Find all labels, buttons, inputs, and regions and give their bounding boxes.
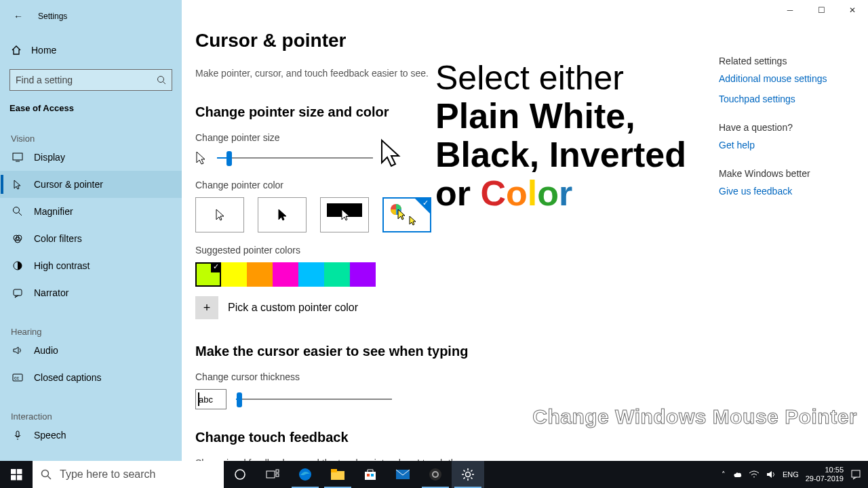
wifi-icon[interactable] xyxy=(749,470,760,479)
pointer-color-black[interactable] xyxy=(258,197,307,232)
gear-icon xyxy=(461,468,475,481)
sidebar-item-label: Cursor & pointer xyxy=(34,179,103,190)
mail-app[interactable] xyxy=(387,461,419,488)
svg-line-41 xyxy=(464,477,465,479)
tray-date: 29-07-2019 xyxy=(806,474,844,483)
svg-rect-27 xyxy=(331,469,337,472)
explorer-app[interactable] xyxy=(321,461,354,488)
tray-language[interactable]: ENG xyxy=(783,470,799,479)
pointer-color-white[interactable] xyxy=(195,197,244,232)
small-cursor-icon xyxy=(195,150,208,165)
window-title: Settings xyxy=(38,12,67,21)
window-maximize-button[interactable]: ☐ xyxy=(806,0,837,20)
speech-icon xyxy=(11,430,24,441)
color-filters-icon xyxy=(11,233,24,244)
taskbar-search[interactable]: Type here to search xyxy=(33,461,224,488)
sidebar-item-audio[interactable]: Audio xyxy=(0,337,182,364)
color-swatch-5[interactable] xyxy=(324,262,350,287)
tray-chevron-icon[interactable]: ˄ xyxy=(722,470,726,479)
svg-point-4 xyxy=(14,207,20,214)
system-tray[interactable]: ˄ ENG 10:55 29-07-2019 xyxy=(722,466,868,483)
folder-icon xyxy=(330,468,345,481)
link-touchpad-settings[interactable]: Touchpad settings xyxy=(719,94,848,104)
color-swatch-1[interactable] xyxy=(221,262,247,287)
search-input[interactable] xyxy=(16,75,157,85)
link-additional-mouse[interactable]: Additional mouse settings xyxy=(719,73,848,84)
section-touch: Change touch feedback xyxy=(195,430,868,445)
search-icon xyxy=(41,469,52,480)
task-view-button[interactable] xyxy=(256,461,289,488)
search-icon xyxy=(157,75,166,85)
label-cursor-thickness: Change cursor thickness xyxy=(195,371,868,382)
color-swatch-0[interactable] xyxy=(195,262,221,287)
svg-line-20 xyxy=(48,476,52,480)
pick-custom-color-button[interactable]: + xyxy=(195,296,218,319)
label-suggested-colors: Suggested pointer colors xyxy=(195,245,868,256)
related-heading: Related settings xyxy=(719,56,848,66)
task-view-icon xyxy=(266,469,279,480)
question-heading: Have a question? xyxy=(719,122,848,133)
window-close-button[interactable]: ✕ xyxy=(837,0,868,20)
obs-app[interactable] xyxy=(419,461,452,488)
svg-rect-30 xyxy=(371,474,374,476)
tray-clock[interactable]: 10:55 29-07-2019 xyxy=(806,466,844,483)
link-feedback[interactable]: Give us feedback xyxy=(719,186,848,197)
color-swatch-6[interactable] xyxy=(350,262,376,287)
taskbar: Type here to search ˄ ENG 10:55 29-07-20… xyxy=(0,461,868,488)
link-get-help[interactable]: Get help xyxy=(719,140,848,150)
svg-rect-24 xyxy=(276,474,279,476)
svg-rect-13 xyxy=(16,431,19,436)
store-app[interactable] xyxy=(354,461,387,488)
onedrive-icon[interactable] xyxy=(732,470,742,479)
color-swatch-4[interactable] xyxy=(298,262,324,287)
sidebar-item-speech[interactable]: Speech xyxy=(0,422,182,449)
cursor-sample-box: abc xyxy=(195,389,226,409)
notifications-icon[interactable] xyxy=(850,469,861,480)
svg-point-0 xyxy=(158,77,164,83)
svg-point-32 xyxy=(429,468,441,481)
sidebar-home[interactable]: Home xyxy=(0,38,182,62)
page-title: Cursor & pointer xyxy=(195,30,868,52)
search-box[interactable] xyxy=(9,69,172,91)
svg-line-39 xyxy=(464,470,465,472)
edge-icon xyxy=(298,467,313,482)
edge-app[interactable] xyxy=(289,461,321,488)
color-swatch-2[interactable] xyxy=(247,262,273,287)
pointer-size-slider[interactable] xyxy=(217,150,373,166)
svg-rect-43 xyxy=(852,470,860,477)
cursor-sample-text: abc xyxy=(199,394,213,405)
sidebar-item-label: Audio xyxy=(34,345,58,356)
sidebar-item-color-filters[interactable]: Color filters xyxy=(0,225,182,252)
group-vision-label: Vision xyxy=(0,113,182,144)
color-swatch-3[interactable] xyxy=(273,262,298,287)
sidebar-item-cursor-pointer[interactable]: Cursor & pointer xyxy=(0,171,182,198)
sidebar-item-display[interactable]: Display xyxy=(0,144,182,171)
svg-line-5 xyxy=(19,213,22,216)
svg-rect-22 xyxy=(267,471,275,478)
svg-point-19 xyxy=(42,470,49,477)
sidebar-item-closed-captions[interactable]: ccClosed captions xyxy=(0,364,182,391)
cursor-thickness-slider[interactable] xyxy=(236,391,392,407)
sidebar-item-narrator[interactable]: Narrator xyxy=(0,279,182,306)
svg-point-21 xyxy=(235,470,245,479)
group-interaction-label: Interaction xyxy=(0,391,182,422)
volume-icon[interactable] xyxy=(766,470,776,479)
pointer-color-inverted[interactable] xyxy=(320,197,369,232)
right-rail: Related settings Additional mouse settin… xyxy=(719,56,848,206)
obs-icon xyxy=(429,468,442,481)
pointer-color-custom[interactable] xyxy=(382,197,431,232)
high-contrast-icon xyxy=(11,260,24,271)
start-button[interactable] xyxy=(0,461,33,488)
cortana-button[interactable] xyxy=(224,461,256,488)
settings-app[interactable] xyxy=(452,461,484,488)
svg-rect-29 xyxy=(367,474,370,476)
tray-time: 10:55 xyxy=(806,466,844,474)
sidebar-item-label: High contrast xyxy=(34,260,90,271)
sidebar-heading: Ease of Access xyxy=(0,91,182,113)
sidebar-item-magnifier[interactable]: Magnifier xyxy=(0,198,182,225)
sidebar: ← Settings Home Ease of Access Vision Di… xyxy=(0,0,182,461)
cursor-pointer-icon xyxy=(11,179,24,190)
window-minimize-button[interactable]: ─ xyxy=(774,0,806,20)
back-button[interactable]: ← xyxy=(14,11,23,22)
sidebar-item-high-contrast[interactable]: High contrast xyxy=(0,252,182,279)
